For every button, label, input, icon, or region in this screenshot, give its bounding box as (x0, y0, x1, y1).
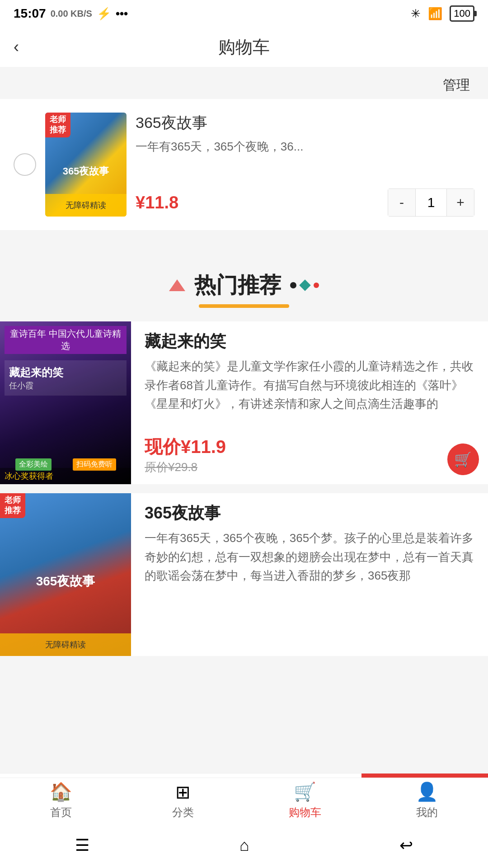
tab-category[interactable]: ⊞ 分类 (122, 782, 244, 820)
quantity-decrease-button[interactable]: - (388, 189, 415, 216)
product-2-bg: 老师推荐 365夜故事 无障碍精读 (0, 493, 131, 656)
manage-bar: 管理 (0, 67, 488, 99)
sys-menu-icon[interactable]: ☰ (75, 836, 89, 855)
hot-title: 热门推荐 (194, 271, 281, 300)
hot-title-row: 热门推荐 (169, 271, 319, 300)
deco-diamond (299, 279, 310, 291)
status-bar: 15:07 0.00 KB/S ⚡ ••• ✳ 📶 100 (0, 0, 488, 27)
book-name-on-cover: 藏起来的笑 (9, 365, 122, 380)
product-2-info: 365夜故事 一年有365天，365个夜晚，365个梦。孩子的心里总是装着许多奇… (140, 493, 488, 656)
quantity-control: - 1 + (388, 189, 474, 217)
tab-category-label: 分类 (172, 805, 194, 820)
hot-recommendations-section: 热门推荐 童诗百年 中国六代儿童诗精选 藏起来的笑 任小霞 冰心奖获得 (0, 257, 488, 751)
book-title-on-cover: 365夜故事 (63, 165, 109, 178)
category-icon: ⊞ (175, 782, 191, 802)
cart-book-cover: 老师推荐 365夜故事 无障碍精读 (45, 113, 127, 217)
product-card-1: 童诗百年 中国六代儿童诗精选 藏起来的笑 任小霞 冰心奖获得者 全彩美绘 扫码免… (0, 321, 488, 484)
more-icon: ••• (116, 7, 128, 21)
product-2-subtitle: 无障碍精读 (45, 639, 86, 650)
sys-back-icon[interactable]: ↩ (399, 836, 413, 855)
tab-profile[interactable]: 👤 我的 (366, 781, 488, 820)
deco-circle-2 (314, 283, 319, 288)
product-card-2: 老师推荐 365夜故事 无障碍精读 365夜故事 一年有365天，365个夜晚，… (0, 493, 488, 656)
cart-item-name: 365夜故事 (136, 113, 474, 133)
usb-icon: ⚡ (97, 7, 111, 21)
book-tag2: 扫码免费听 (73, 458, 116, 471)
status-left: 15:07 0.00 KB/S ⚡ ••• (14, 6, 128, 21)
manage-button[interactable]: 管理 (443, 76, 470, 94)
quantity-value: 1 (415, 189, 447, 216)
tab-home[interactable]: 🏠 首页 (0, 781, 122, 820)
page-title: 购物车 (218, 36, 270, 59)
book-author: 任小霞 (9, 380, 122, 391)
book-badge: 老师推荐 (45, 113, 70, 137)
tab-bar: 🏠 首页 ⊞ 分类 🛒 购物车 👤 我的 (0, 778, 488, 823)
spacer (0, 239, 488, 257)
quantity-increase-button[interactable]: + (447, 189, 474, 216)
product-2-book-cover: 老师推荐 365夜故事 无障碍精读 (0, 493, 131, 656)
wifi-icon: 📶 (428, 7, 442, 21)
product-1-name: 藏起来的笑 (145, 330, 479, 353)
battery-indicator: 100 (450, 5, 474, 22)
cart-item-price: ¥11.8 (136, 193, 178, 212)
product-2-name: 365夜故事 (145, 502, 479, 524)
deco-shapes-right (290, 281, 319, 289)
product-1-price-row: 现价¥11.9 原价¥29.8 (145, 434, 479, 475)
product-1-book-cover: 童诗百年 中国六代儿童诗精选 藏起来的笑 任小霞 冰心奖获得者 全彩美绘 扫码免… (0, 321, 131, 484)
status-time: 15:07 (14, 6, 46, 21)
cart-item-bottom: ¥11.8 - 1 + (136, 189, 474, 217)
tab-cart-label: 购物车 (289, 805, 321, 820)
deco-triangle-left (169, 279, 185, 291)
product-1-info: 藏起来的笑 《藏起来的笑》是儿童文学作家任小霞的儿童诗精选之作，共收录作者68首… (140, 321, 488, 484)
cart-item-checkbox[interactable] (14, 153, 36, 176)
book-tag1: 全彩美绘 (15, 458, 52, 471)
tab-profile-label: 我的 (416, 805, 438, 820)
status-right: ✳ 📶 100 (411, 5, 474, 22)
system-nav-bar: ☰ ⌂ ↩ (0, 823, 488, 868)
tab-home-label: 首页 (50, 805, 72, 820)
book-title-area: 藏起来的笑 任小霞 (5, 360, 127, 396)
header: ‹ 购物车 (0, 27, 488, 67)
product-2-badge: 老师推荐 (0, 493, 25, 518)
bluetooth-icon: ✳ (411, 7, 421, 21)
book-bottom-tags: 全彩美绘 扫码免费听 (0, 458, 131, 471)
product-2-title-on-cover: 365夜故事 (36, 573, 95, 590)
product-1-bg: 童诗百年 中国六代儿童诗精选 藏起来的笑 任小霞 冰心奖获得者 全彩美绘 扫码免… (0, 321, 131, 484)
cart-item: 老师推荐 365夜故事 无障碍精读 365夜故事 一年有365天，365个夜晚，… (0, 99, 488, 230)
product-1-add-to-cart-button[interactable]: 🛒 (447, 443, 479, 475)
profile-icon: 👤 (416, 781, 438, 802)
hot-title-underline (199, 304, 289, 308)
cart-icon: 🛒 (294, 781, 316, 802)
product-2-description: 一年有365天，365个夜晚，365个梦。孩子的心里总是装着许多奇妙的幻想，总有… (145, 529, 479, 647)
cart-item-description: 一年有365天，365个夜晚，36... (136, 138, 474, 184)
network-speed: 0.00 KB/S (51, 9, 92, 19)
product-2-bottom-bar: 无障碍精读 (0, 633, 131, 656)
sys-home-icon[interactable]: ⌂ (239, 836, 249, 855)
back-button[interactable]: ‹ (14, 38, 19, 57)
cart-item-info: 365夜故事 一年有365天，365个夜晚，36... ¥11.8 - 1 + (136, 113, 474, 217)
product-1-current-price: 现价¥11.9 (145, 434, 479, 459)
product-1-description: 《藏起来的笑》是儿童文学作家任小霞的儿童诗精选之作，共收录作者68首儿童诗作。有… (145, 357, 479, 430)
home-icon: 🏠 (50, 781, 72, 802)
book-award: 冰心奖获得者 (5, 471, 53, 481)
tab-cart[interactable]: 🛒 购物车 (244, 781, 366, 820)
product-1-original-price: 原价¥29.8 (145, 459, 479, 475)
deco-circle-1 (290, 282, 296, 288)
hot-title-area: 热门推荐 (0, 271, 488, 308)
book-top-banner: 童诗百年 中国六代儿童诗精选 (5, 326, 127, 354)
